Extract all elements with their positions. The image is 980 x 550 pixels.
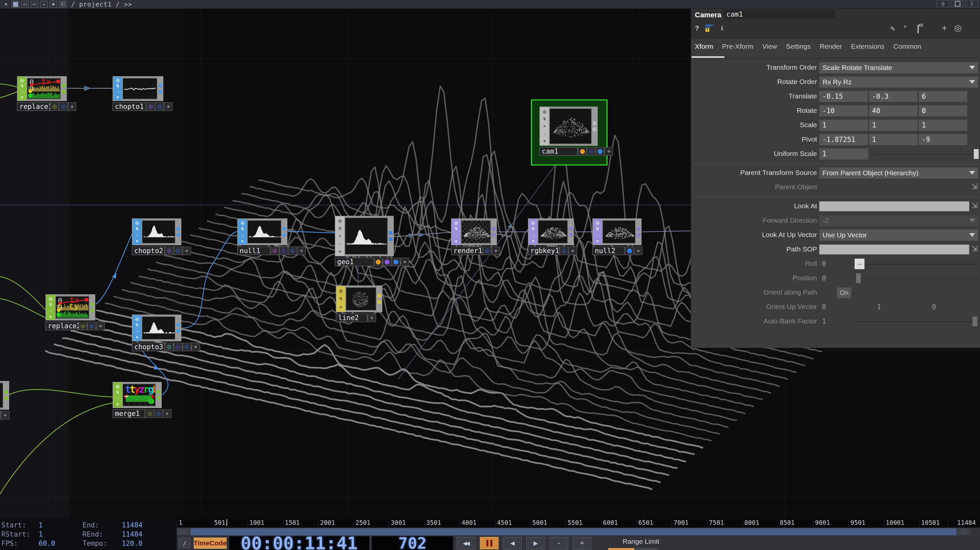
ruler-label[interactable]: 2001	[320, 519, 335, 526]
copy-parameters-icon[interactable]	[918, 25, 919, 33]
node-name[interactable]: null1	[237, 247, 270, 255]
node-display-flag[interactable]	[383, 258, 391, 266]
output-port[interactable]	[157, 396, 161, 400]
node-star-flag-icon[interactable]: ✦	[163, 409, 172, 418]
node-star-flag-icon[interactable]: ✦	[191, 343, 200, 351]
output-port[interactable]	[492, 233, 496, 237]
node-body[interactable]: ◎↯→●	[132, 219, 181, 245]
node-flag-icon[interactable]: ●	[241, 239, 244, 243]
node-display-flag[interactable]	[560, 247, 568, 255]
ruler-label[interactable]: 3501	[426, 519, 441, 526]
ruler-label[interactable]: 9501	[850, 519, 865, 526]
info-icon[interactable]: i	[721, 24, 723, 32]
output-port[interactable]	[283, 233, 286, 237]
param-value[interactable]: 0	[822, 258, 826, 269]
node-flag-icon[interactable]: ↯	[531, 227, 535, 231]
node-flag-icon[interactable]: →	[595, 233, 600, 237]
node-preview[interactable]	[345, 218, 388, 254]
node-output-ports[interactable]	[491, 219, 496, 244]
add-parameter-icon[interactable]: +	[942, 23, 947, 33]
node-body[interactable]: ◎↯●	[336, 285, 382, 312]
param-noderef-field[interactable]	[819, 244, 969, 254]
output-port[interactable]	[62, 90, 65, 94]
param-slider-track[interactable]	[854, 264, 978, 265]
output-port[interactable]	[158, 84, 162, 87]
output-port[interactable]	[177, 329, 180, 333]
node-display-flag[interactable]	[145, 409, 154, 418]
node-name[interactable]: replace2	[46, 322, 78, 330]
node-flag-icon[interactable]: ◎	[338, 219, 342, 223]
param-value-field[interactable]: -0.3	[869, 91, 918, 102]
ruler-label[interactable]: 10001	[886, 519, 904, 526]
range-right-handle[interactable]: ...	[957, 528, 970, 535]
node-body[interactable]: ◎↯→●	[451, 219, 497, 245]
param-value-field[interactable]: 1	[819, 120, 868, 131]
output-port[interactable]	[283, 227, 286, 231]
ruler-label[interactable]: 7501	[709, 519, 724, 526]
node-display-flag[interactable]	[183, 343, 191, 351]
output-port[interactable]	[593, 121, 597, 125]
node-star-flag-icon[interactable]: ✦	[183, 247, 191, 255]
node-flag-icon[interactable]: ◎	[543, 109, 546, 114]
node-display-flag[interactable]	[174, 343, 182, 351]
forward-arrow-icon[interactable]: ⇨	[31, 1, 38, 8]
param-value[interactable]: 1	[822, 316, 826, 327]
node-flag-icon[interactable]: →	[454, 233, 458, 237]
param-slider-track[interactable]	[854, 322, 978, 322]
operator-name-field[interactable]: cam1	[724, 10, 834, 19]
ruler-label[interactable]: 501	[214, 519, 225, 526]
edit-pencil-icon[interactable]: ✎	[890, 25, 896, 33]
node-body[interactable]: ◎↯→●	[132, 315, 181, 341]
output-port[interactable]	[4, 390, 8, 394]
param-value-field[interactable]: 0	[919, 105, 967, 116]
node-name[interactable]: merge1	[113, 409, 145, 418]
output-port[interactable]	[4, 397, 8, 400]
node-output-ports[interactable]	[90, 295, 95, 320]
ruler-label[interactable]: 1501	[285, 519, 300, 526]
node-star-flag-icon[interactable]: ✦	[1, 411, 10, 420]
node-name[interactable]: null2	[592, 247, 625, 255]
node-display-flag[interactable]	[174, 247, 182, 255]
node-body[interactable]: ◎↯→●ttyzrgba	[113, 382, 162, 408]
node-flag-icon[interactable]: ↯	[338, 226, 342, 231]
node-preview[interactable]	[123, 78, 157, 99]
node-flag-icon[interactable]: ◎	[116, 384, 119, 388]
node-name[interactable]: chopto1	[113, 102, 146, 111]
ruler-label[interactable]: 6001	[603, 519, 618, 526]
node-display-flag[interactable]	[271, 247, 279, 255]
node-flag-icon[interactable]: ◎	[240, 221, 244, 225]
node-flag-icon[interactable]: ↯	[596, 227, 599, 231]
output-port[interactable]	[157, 390, 161, 394]
node-flag-column[interactable]: ◎↯→●	[132, 219, 142, 244]
ruler-label[interactable]: 5501	[568, 519, 582, 526]
ruler-label[interactable]: 1001	[250, 519, 264, 526]
node-star-flag-icon[interactable]: ✦	[634, 247, 643, 255]
output-port[interactable]	[177, 233, 180, 237]
node-flag-icon[interactable]: →	[135, 233, 139, 237]
node-preview[interactable]	[0, 383, 3, 408]
node-flag-column[interactable]: ◎↯→●	[452, 219, 461, 244]
node-flag-icon[interactable]: ●	[136, 239, 138, 243]
node-flag-icon[interactable]: ↯	[20, 84, 24, 88]
ruler-label[interactable]: 4001	[461, 519, 477, 526]
node-output-ports[interactable]	[377, 286, 382, 312]
menu-caret-icon[interactable]: ▾	[2, 1, 10, 8]
node-star-flag-icon[interactable]: ✦	[297, 247, 306, 255]
node-name[interactable]: geo1	[335, 258, 374, 266]
node-output-ports[interactable]	[592, 107, 597, 145]
node-body[interactable]: ◎↯→●09txty	[46, 294, 95, 320]
node-display-flag[interactable]	[154, 409, 163, 418]
node-display-flag[interactable]	[78, 322, 87, 330]
node-flag-icon[interactable]: ●	[116, 402, 119, 406]
increment-button[interactable]: +	[573, 537, 592, 549]
param-value[interactable]: 0	[822, 301, 826, 312]
node-flag-icon[interactable]: →	[116, 89, 120, 94]
node-body[interactable]: ◎↯→●	[0, 381, 9, 410]
node-flag-icon[interactable]: ●	[532, 239, 535, 243]
node-display-flag[interactable]	[392, 258, 400, 266]
node-flag-icon[interactable]: →	[542, 132, 547, 136]
node-output-ports[interactable]	[568, 219, 573, 244]
node-body[interactable]: ◎↯→●	[592, 219, 641, 245]
ruler-label[interactable]: 3001	[391, 519, 406, 526]
node-flag-icon[interactable]: →	[240, 233, 245, 237]
